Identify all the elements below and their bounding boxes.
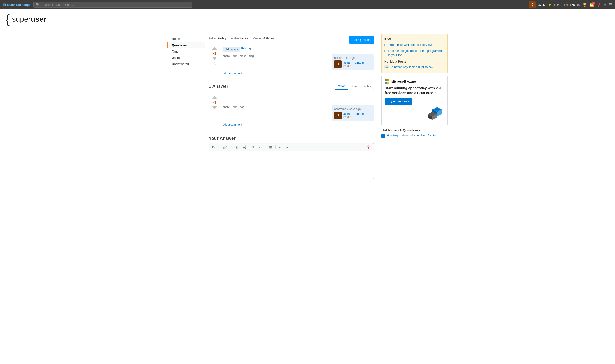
sidebar-item-questions[interactable]: Questions: [167, 42, 205, 48]
answers-title: 1 Answer: [209, 84, 228, 89]
answer-edit-link[interactable]: edit: [233, 105, 237, 121]
italic-button[interactable]: I: [217, 145, 220, 150]
topbar-right: J 37,473 11 121 155 ✉ 🏆 🔁 1 ❓ ❄ ☰: [529, 1, 612, 8]
blockquote-button[interactable]: ": [230, 145, 233, 150]
question-user-name[interactable]: Julian Tiemann: [344, 61, 364, 65]
answer-editor[interactable]: [209, 151, 374, 179]
sidebar-item-unanswered[interactable]: Unanswered: [167, 61, 205, 67]
add-comment-link[interactable]: add a comment: [223, 72, 242, 75]
edit-link[interactable]: edit: [233, 54, 237, 70]
ol-button[interactable]: 1.: [252, 145, 256, 150]
achievements-icon[interactable]: 🏆: [583, 2, 587, 7]
stack-exchange-text: Stack Exchange: [7, 3, 31, 7]
help-icon[interactable]: ❓: [597, 2, 601, 7]
search-input[interactable]: [41, 3, 190, 7]
answer-flag-link[interactable]: flag: [240, 105, 244, 121]
answer-vote-section: -1: [209, 96, 220, 126]
sidebar-item-users[interactable]: Users: [167, 55, 205, 61]
azure-cubes: [425, 107, 444, 121]
meta-post-1: 12 A better way to find duplicates?: [384, 65, 444, 69]
question-meta-row: Asked today Active today Viewed 4 times …: [209, 34, 374, 43]
azure-body-text: Start building apps today with 25+ free …: [385, 85, 444, 95]
your-answer-section: Your Answer B I 🔗 " {} 🖼 1. • ≡ ⊞ ↩ ↪ ❓: [209, 136, 374, 179]
hr-button[interactable]: ⊞: [268, 145, 273, 150]
answered-time: answered 6 secs ago: [334, 107, 372, 111]
answer-user-rep: 39 1: [344, 116, 364, 119]
azure-logo-text: Microsoft Azure: [391, 79, 416, 83]
silver-count: 121: [560, 3, 565, 7]
meta-post-link[interactable]: A better way to find duplicates?: [391, 65, 433, 69]
sort-tab-votes[interactable]: votes: [361, 83, 374, 90]
answers-header: 1 Answer active oldest votes: [209, 83, 374, 92]
site-header: { superuser: [0, 9, 615, 29]
question-user-avatar[interactable]: J: [334, 60, 342, 68]
question-user-card: asked 1 min ago J Julian Tiemann 39 1: [332, 54, 374, 70]
blog-link-text-2[interactable]: Last minute gift ideas for the programme…: [388, 49, 444, 57]
review-icon[interactable]: 🔁 1: [589, 2, 594, 7]
favorite-button[interactable]: ☆: [213, 61, 216, 66]
active-label: Active today: [231, 37, 248, 40]
azure-logo: Microsoft Azure: [385, 79, 444, 84]
search-icon: 🔍: [36, 3, 40, 7]
blog-link-text-1[interactable]: This || this: Whiteboard interviews: [388, 43, 433, 47]
site-name: superuser: [12, 15, 46, 24]
sort-tab-active[interactable]: active: [335, 83, 348, 90]
meta-post-count: 12: [384, 65, 389, 68]
close-link[interactable]: close: [240, 54, 246, 70]
vote-up-button[interactable]: [212, 47, 217, 50]
meta-posts-title: Hot Meta Posts: [384, 60, 444, 63]
gold-count: 11: [552, 3, 555, 7]
answer-user-card-body: J Julian Tiemann 39 1: [334, 112, 372, 119]
answer-vote-up[interactable]: [212, 96, 217, 99]
undo-button[interactable]: ↩: [278, 145, 282, 150]
help-button[interactable]: ❓: [365, 145, 371, 150]
answer-add-comment-link[interactable]: add a comment: [223, 123, 242, 126]
edit-tags-link[interactable]: Edit tags: [241, 47, 252, 52]
sidebar-item-home[interactable]: Home: [167, 36, 205, 42]
vote-down-button[interactable]: [212, 57, 217, 60]
share-link[interactable]: share: [223, 54, 230, 70]
hot-network-site-icon: [381, 134, 385, 138]
question-vote-section: -1 ☆: [209, 47, 220, 75]
asked-time: asked 1 min ago: [334, 56, 372, 60]
tag-disk-space[interactable]: disk-space: [223, 47, 240, 52]
topbar-logo[interactable]: ⊞ Stack Exchange: [3, 2, 31, 7]
answer-user-avatar[interactable]: J: [334, 112, 342, 119]
logo-bracket: {: [6, 13, 10, 25]
answer-body: share edit flag answered 6 secs ago J Ju…: [223, 96, 374, 126]
hot-network-link-1[interactable]: How to get a bowl with one liter of wate…: [387, 134, 436, 138]
question-body: disk-space Edit tags share edit close fl…: [223, 47, 374, 75]
ul-button[interactable]: •: [258, 145, 261, 150]
link-button[interactable]: 🔗: [222, 145, 228, 150]
flag-link[interactable]: flag: [249, 54, 254, 70]
answer-user-card: answered 6 secs ago J Julian Tiemann 39: [332, 105, 374, 121]
snowflake-icon[interactable]: ❄: [603, 2, 607, 7]
hamburger-icon[interactable]: ☰: [609, 2, 612, 7]
silver-badge-dot: [557, 4, 559, 6]
gold-badge-dot: [549, 4, 550, 6]
answer-user-name[interactable]: Julian Tiemann: [344, 112, 364, 116]
sort-tab-oldest[interactable]: oldest: [348, 83, 361, 90]
answer-share-link[interactable]: share: [223, 105, 230, 121]
indent-button[interactable]: ≡: [263, 145, 267, 150]
question-user-rep: 39 1: [344, 65, 364, 68]
redo-button[interactable]: ↪: [284, 145, 289, 150]
code-button[interactable]: {}: [235, 145, 240, 150]
notif-badge: 1: [592, 2, 595, 5]
sidebar-item-tags[interactable]: Tags: [167, 48, 205, 55]
search-container: 🔍: [33, 2, 192, 8]
toolbar-sep-1: [249, 145, 249, 149]
topbar: ⊞ Stack Exchange 🔍 J 37,473 11 121 155 ✉…: [0, 0, 615, 9]
azure-ad-box: Microsoft Azure Start building apps toda…: [381, 76, 448, 125]
ask-question-button[interactable]: Ask Question: [349, 36, 374, 44]
bold-button[interactable]: B: [211, 145, 215, 150]
azure-cta-button[interactable]: Try Azure free ›: [385, 98, 412, 105]
avatar[interactable]: J: [529, 1, 536, 8]
answer-bronze-dot: [348, 116, 349, 118]
inbox-icon[interactable]: ✉: [577, 2, 580, 7]
blog-link-1: □ This || this: Whiteboard interviews: [384, 43, 444, 47]
image-button[interactable]: 🖼: [241, 145, 247, 150]
tags-area: disk-space Edit tags: [223, 47, 374, 52]
answer-vote-down[interactable]: [212, 106, 217, 109]
left-sidebar: Home Questions Tags Users Unanswered: [167, 34, 205, 179]
